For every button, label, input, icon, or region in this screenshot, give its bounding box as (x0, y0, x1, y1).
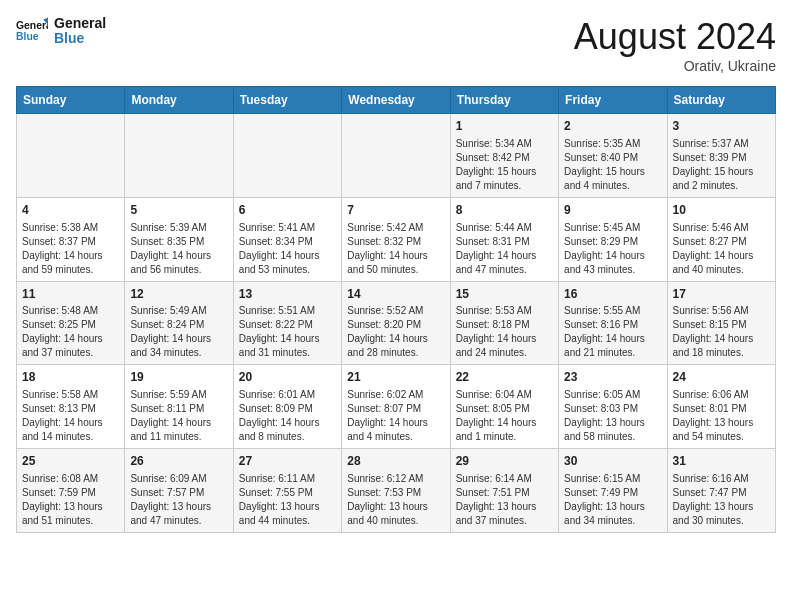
day-info: Sunrise: 5:49 AM Sunset: 8:24 PM Dayligh… (130, 304, 227, 360)
day-number: 29 (456, 453, 553, 470)
calendar-week-2: 4Sunrise: 5:38 AM Sunset: 8:37 PM Daylig… (17, 197, 776, 281)
day-number: 18 (22, 369, 119, 386)
calendar-week-3: 11Sunrise: 5:48 AM Sunset: 8:25 PM Dayli… (17, 281, 776, 365)
day-info: Sunrise: 6:05 AM Sunset: 8:03 PM Dayligh… (564, 388, 661, 444)
calendar-day-30: 30Sunrise: 6:15 AM Sunset: 7:49 PM Dayli… (559, 449, 667, 533)
logo-blue: Blue (54, 31, 106, 46)
day-info: Sunrise: 6:09 AM Sunset: 7:57 PM Dayligh… (130, 472, 227, 528)
day-number: 20 (239, 369, 336, 386)
day-info: Sunrise: 6:11 AM Sunset: 7:55 PM Dayligh… (239, 472, 336, 528)
day-number: 13 (239, 286, 336, 303)
day-header-tuesday: Tuesday (233, 87, 341, 114)
calendar-day-12: 12Sunrise: 5:49 AM Sunset: 8:24 PM Dayli… (125, 281, 233, 365)
day-info: Sunrise: 5:37 AM Sunset: 8:39 PM Dayligh… (673, 137, 770, 193)
calendar-table: SundayMondayTuesdayWednesdayThursdayFrid… (16, 86, 776, 533)
logo-icon: General Blue (16, 17, 48, 45)
calendar-day-10: 10Sunrise: 5:46 AM Sunset: 8:27 PM Dayli… (667, 197, 775, 281)
svg-text:Blue: Blue (16, 31, 39, 42)
calendar-day-28: 28Sunrise: 6:12 AM Sunset: 7:53 PM Dayli… (342, 449, 450, 533)
calendar-day-19: 19Sunrise: 5:59 AM Sunset: 8:11 PM Dayli… (125, 365, 233, 449)
day-number: 7 (347, 202, 444, 219)
day-number: 28 (347, 453, 444, 470)
day-info: Sunrise: 5:48 AM Sunset: 8:25 PM Dayligh… (22, 304, 119, 360)
calendar-day-8: 8Sunrise: 5:44 AM Sunset: 8:31 PM Daylig… (450, 197, 558, 281)
day-info: Sunrise: 6:04 AM Sunset: 8:05 PM Dayligh… (456, 388, 553, 444)
day-number: 8 (456, 202, 553, 219)
day-number: 11 (22, 286, 119, 303)
days-header-row: SundayMondayTuesdayWednesdayThursdayFrid… (17, 87, 776, 114)
calendar-day-17: 17Sunrise: 5:56 AM Sunset: 8:15 PM Dayli… (667, 281, 775, 365)
logo: General Blue General Blue (16, 16, 106, 47)
calendar-day-2: 2Sunrise: 5:35 AM Sunset: 8:40 PM Daylig… (559, 114, 667, 198)
day-number: 16 (564, 286, 661, 303)
day-info: Sunrise: 6:15 AM Sunset: 7:49 PM Dayligh… (564, 472, 661, 528)
calendar-day-1: 1Sunrise: 5:34 AM Sunset: 8:42 PM Daylig… (450, 114, 558, 198)
day-number: 12 (130, 286, 227, 303)
day-number: 21 (347, 369, 444, 386)
empty-cell (17, 114, 125, 198)
day-info: Sunrise: 6:12 AM Sunset: 7:53 PM Dayligh… (347, 472, 444, 528)
calendar-day-15: 15Sunrise: 5:53 AM Sunset: 8:18 PM Dayli… (450, 281, 558, 365)
calendar-day-7: 7Sunrise: 5:42 AM Sunset: 8:32 PM Daylig… (342, 197, 450, 281)
day-number: 27 (239, 453, 336, 470)
day-header-sunday: Sunday (17, 87, 125, 114)
calendar-day-3: 3Sunrise: 5:37 AM Sunset: 8:39 PM Daylig… (667, 114, 775, 198)
calendar-day-31: 31Sunrise: 6:16 AM Sunset: 7:47 PM Dayli… (667, 449, 775, 533)
day-header-saturday: Saturday (667, 87, 775, 114)
day-info: Sunrise: 5:53 AM Sunset: 8:18 PM Dayligh… (456, 304, 553, 360)
calendar-day-5: 5Sunrise: 5:39 AM Sunset: 8:35 PM Daylig… (125, 197, 233, 281)
calendar-header: SundayMondayTuesdayWednesdayThursdayFrid… (17, 87, 776, 114)
calendar-day-20: 20Sunrise: 6:01 AM Sunset: 8:09 PM Dayli… (233, 365, 341, 449)
day-info: Sunrise: 6:14 AM Sunset: 7:51 PM Dayligh… (456, 472, 553, 528)
day-number: 31 (673, 453, 770, 470)
day-info: Sunrise: 6:08 AM Sunset: 7:59 PM Dayligh… (22, 472, 119, 528)
empty-cell (342, 114, 450, 198)
day-info: Sunrise: 5:56 AM Sunset: 8:15 PM Dayligh… (673, 304, 770, 360)
calendar-day-26: 26Sunrise: 6:09 AM Sunset: 7:57 PM Dayli… (125, 449, 233, 533)
day-info: Sunrise: 5:45 AM Sunset: 8:29 PM Dayligh… (564, 221, 661, 277)
day-number: 22 (456, 369, 553, 386)
title-block: August 2024 Orativ, Ukraine (574, 16, 776, 74)
day-header-monday: Monday (125, 87, 233, 114)
day-number: 2 (564, 118, 661, 135)
calendar-day-22: 22Sunrise: 6:04 AM Sunset: 8:05 PM Dayli… (450, 365, 558, 449)
day-info: Sunrise: 5:55 AM Sunset: 8:16 PM Dayligh… (564, 304, 661, 360)
day-info: Sunrise: 5:38 AM Sunset: 8:37 PM Dayligh… (22, 221, 119, 277)
empty-cell (233, 114, 341, 198)
day-info: Sunrise: 5:46 AM Sunset: 8:27 PM Dayligh… (673, 221, 770, 277)
calendar-week-5: 25Sunrise: 6:08 AM Sunset: 7:59 PM Dayli… (17, 449, 776, 533)
empty-cell (125, 114, 233, 198)
day-header-friday: Friday (559, 87, 667, 114)
day-number: 5 (130, 202, 227, 219)
calendar-week-4: 18Sunrise: 5:58 AM Sunset: 8:13 PM Dayli… (17, 365, 776, 449)
calendar-day-27: 27Sunrise: 6:11 AM Sunset: 7:55 PM Dayli… (233, 449, 341, 533)
calendar-day-9: 9Sunrise: 5:45 AM Sunset: 8:29 PM Daylig… (559, 197, 667, 281)
day-info: Sunrise: 6:06 AM Sunset: 8:01 PM Dayligh… (673, 388, 770, 444)
day-number: 30 (564, 453, 661, 470)
calendar-day-4: 4Sunrise: 5:38 AM Sunset: 8:37 PM Daylig… (17, 197, 125, 281)
calendar-day-16: 16Sunrise: 5:55 AM Sunset: 8:16 PM Dayli… (559, 281, 667, 365)
day-header-thursday: Thursday (450, 87, 558, 114)
day-number: 6 (239, 202, 336, 219)
calendar-day-25: 25Sunrise: 6:08 AM Sunset: 7:59 PM Dayli… (17, 449, 125, 533)
day-number: 10 (673, 202, 770, 219)
calendar-day-24: 24Sunrise: 6:06 AM Sunset: 8:01 PM Dayli… (667, 365, 775, 449)
day-info: Sunrise: 6:02 AM Sunset: 8:07 PM Dayligh… (347, 388, 444, 444)
day-number: 17 (673, 286, 770, 303)
day-number: 14 (347, 286, 444, 303)
calendar-day-29: 29Sunrise: 6:14 AM Sunset: 7:51 PM Dayli… (450, 449, 558, 533)
day-info: Sunrise: 5:52 AM Sunset: 8:20 PM Dayligh… (347, 304, 444, 360)
page-header: General Blue General Blue August 2024 Or… (16, 16, 776, 74)
day-number: 9 (564, 202, 661, 219)
calendar-day-13: 13Sunrise: 5:51 AM Sunset: 8:22 PM Dayli… (233, 281, 341, 365)
day-number: 25 (22, 453, 119, 470)
calendar-body: 1Sunrise: 5:34 AM Sunset: 8:42 PM Daylig… (17, 114, 776, 533)
calendar-day-6: 6Sunrise: 5:41 AM Sunset: 8:34 PM Daylig… (233, 197, 341, 281)
day-number: 3 (673, 118, 770, 135)
day-info: Sunrise: 5:42 AM Sunset: 8:32 PM Dayligh… (347, 221, 444, 277)
calendar-day-21: 21Sunrise: 6:02 AM Sunset: 8:07 PM Dayli… (342, 365, 450, 449)
day-number: 4 (22, 202, 119, 219)
month-title: August 2024 (574, 16, 776, 58)
calendar-day-23: 23Sunrise: 6:05 AM Sunset: 8:03 PM Dayli… (559, 365, 667, 449)
calendar-day-14: 14Sunrise: 5:52 AM Sunset: 8:20 PM Dayli… (342, 281, 450, 365)
